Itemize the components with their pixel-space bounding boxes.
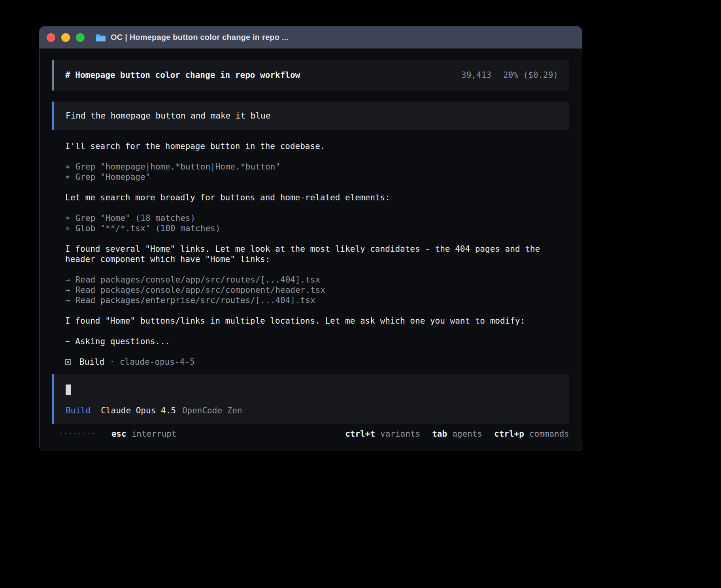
tool-call-text: Grep "Home" (18 matches) (75, 213, 195, 223)
tool-call: ∗ Grep "Homepage" (65, 172, 557, 182)
folder-icon (96, 34, 106, 41)
agent-status: Build · claude-opus-4-5 (65, 357, 557, 367)
assistant-text: I'll search for the homepage button in t… (65, 141, 557, 151)
minimize-button[interactable] (61, 33, 70, 42)
shortcut-label: variants (380, 429, 420, 439)
assistant-text: I found "Home" buttons/links in multiple… (65, 316, 557, 326)
window-title: OC | Homepage button color change in rep… (111, 33, 289, 42)
tool-call-group: ∗ Grep "homepage|home.*button|Home.*butt… (65, 162, 557, 182)
tool-bullet-icon: ∗ (65, 172, 70, 182)
tool-call: ∗ Grep "homepage|home.*button|Home.*butt… (65, 162, 557, 172)
shortcut-interrupt[interactable]: esc interrupt (111, 429, 177, 439)
separator-dot: · (109, 357, 115, 367)
tool-bullet-icon: ∗ (65, 213, 70, 223)
status-bar: ········ esc interrupt ctrl+t variants t… (52, 429, 569, 439)
shortcut-key: ctrl+t (345, 429, 375, 439)
asking-status: ~ Asking questions... (65, 336, 557, 347)
token-count: 39,413 (461, 70, 491, 80)
shortcut-commands[interactable]: ctrl+p commands (494, 429, 569, 439)
close-button[interactable] (47, 33, 55, 42)
traffic-lights (47, 33, 85, 42)
agent-model: claude-opus-4-5 (120, 357, 195, 367)
read-call: → Read packages/console/app/src/componen… (65, 285, 557, 295)
read-call-group: → Read packages/console/app/src/routes/[… (65, 275, 557, 305)
tool-call-text: Glob "**/*.tsx" (100 matches) (75, 223, 221, 234)
titlebar[interactable]: OC | Homepage button color change in rep… (40, 26, 582, 49)
maximize-button[interactable] (76, 33, 85, 42)
title-area: OC | Homepage button color change in rep… (96, 33, 289, 42)
spinner-dots: ········ (59, 429, 96, 439)
shortcut-label: agents (452, 429, 482, 439)
user-message: Find the homepage button and make it blu… (52, 102, 569, 130)
agent-badge-icon (65, 359, 71, 365)
assistant-text: Let me search more broadly for buttons a… (65, 192, 557, 203)
read-call: → Read packages/enterprise/src/routes/[.… (65, 295, 557, 305)
text-cursor (66, 384, 71, 395)
shortcut-key: esc (111, 429, 126, 439)
assistant-transcript: I'll search for the homepage button in t… (52, 141, 570, 367)
tool-bullet-icon: ∗ (65, 223, 70, 234)
shortcut-key: tab (432, 429, 447, 439)
read-arrow-icon: → (65, 285, 70, 295)
input-provider: OpenCode Zen (182, 405, 242, 416)
terminal-window: OC | Homepage button color change in rep… (39, 26, 582, 451)
session-title: # Homepage button color change in repo w… (65, 70, 300, 80)
shortcut-key: ctrl+p (494, 429, 524, 439)
read-call-text: Read packages/console/app/src/routes/[..… (75, 275, 321, 285)
read-call-text: Read packages/enterprise/src/routes/[...… (75, 295, 315, 305)
tool-bullet-icon: ∗ (65, 162, 70, 172)
prompt-input[interactable]: Build Claude Opus 4.5 OpenCode Zen (52, 374, 569, 424)
read-arrow-icon: → (65, 275, 70, 285)
shortcut-label: commands (529, 429, 569, 439)
shortcut-label: interrupt (132, 429, 177, 439)
tool-call: ∗ Glob "**/*.tsx" (100 matches) (65, 223, 557, 234)
user-message-text: Find the homepage button and make it blu… (66, 111, 270, 121)
terminal-content: # Homepage button color change in repo w… (40, 49, 582, 439)
input-model[interactable]: Claude Opus 4.5 (101, 405, 176, 416)
read-call-text: Read packages/console/app/src/component/… (75, 285, 325, 295)
tool-call-text: Grep "Homepage" (75, 172, 151, 182)
tool-call-group: ∗ Grep "Home" (18 matches) ∗ Glob "**/*.… (65, 213, 557, 234)
read-arrow-icon: → (65, 295, 70, 305)
agent-name: Build (79, 357, 104, 367)
read-call: → Read packages/console/app/src/routes/[… (65, 275, 557, 285)
context-cost: 20% ($0.29) (503, 70, 558, 80)
shortcut-variants[interactable]: ctrl+t variants (345, 429, 420, 439)
session-header: # Homepage button color change in repo w… (52, 60, 569, 90)
tool-call-text: Grep "homepage|home.*button|Home.*button… (75, 162, 280, 172)
input-mode[interactable]: Build (66, 405, 91, 416)
input-meta: Build Claude Opus 4.5 OpenCode Zen (66, 405, 557, 416)
shortcut-agents[interactable]: tab agents (432, 429, 482, 439)
assistant-text: I found several "Home" links. Let me loo… (65, 244, 557, 264)
tool-call: ∗ Grep "Home" (18 matches) (65, 213, 557, 223)
